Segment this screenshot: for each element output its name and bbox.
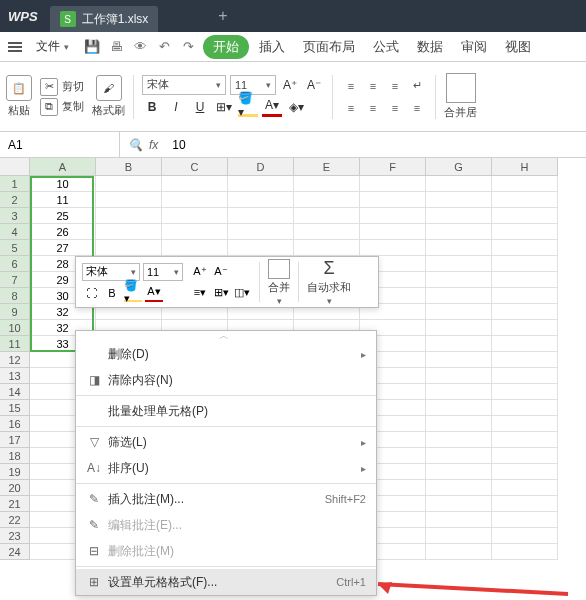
new-tab-button[interactable]: + [218, 7, 227, 25]
cell[interactable] [426, 464, 492, 480]
row-header[interactable]: 9 [0, 304, 30, 320]
cell[interactable] [426, 448, 492, 464]
row-header[interactable]: 4 [0, 224, 30, 240]
bold-button[interactable]: B [142, 97, 162, 117]
cell[interactable] [294, 224, 360, 240]
cell[interactable]: 27 [30, 240, 96, 256]
cell[interactable] [228, 224, 294, 240]
save-icon[interactable]: 💾 [85, 40, 99, 54]
mini-dec-font[interactable]: A⁻ [212, 263, 230, 281]
row-header[interactable]: 1 [0, 176, 30, 192]
cell[interactable] [96, 192, 162, 208]
row-header[interactable]: 21 [0, 496, 30, 512]
row-header[interactable]: 7 [0, 272, 30, 288]
cell[interactable] [426, 176, 492, 192]
cell[interactable] [426, 512, 492, 528]
row-header[interactable]: 11 [0, 336, 30, 352]
row-header[interactable]: 15 [0, 400, 30, 416]
tab-view[interactable]: 视图 [497, 34, 539, 60]
mini-format[interactable]: ◫▾ [233, 284, 251, 302]
cell[interactable] [492, 352, 558, 368]
select-all-corner[interactable] [0, 158, 30, 176]
cell[interactable] [492, 416, 558, 432]
cell[interactable] [426, 192, 492, 208]
increase-font-icon[interactable]: A⁺ [280, 75, 300, 95]
cell[interactable] [426, 384, 492, 400]
alignment-group[interactable]: ≡ ≡ ≡ ↵ ≡ ≡ ≡ ≡ [341, 76, 427, 118]
cell[interactable] [228, 240, 294, 256]
cell[interactable] [426, 208, 492, 224]
col-header[interactable]: A [30, 158, 96, 176]
align-left-icon[interactable]: ≡ [341, 98, 361, 118]
cell[interactable] [492, 176, 558, 192]
cell[interactable] [492, 272, 558, 288]
row-header[interactable]: 6 [0, 256, 30, 272]
cell[interactable] [492, 208, 558, 224]
cut-button[interactable]: ✂剪切 [40, 79, 84, 95]
cell[interactable] [360, 224, 426, 240]
cell[interactable] [492, 528, 558, 544]
cell[interactable] [162, 192, 228, 208]
tab-page-layout[interactable]: 页面布局 [295, 34, 363, 60]
col-header[interactable]: G [426, 158, 492, 176]
cell[interactable] [96, 240, 162, 256]
cell[interactable] [426, 256, 492, 272]
col-header[interactable]: D [228, 158, 294, 176]
cell[interactable] [426, 320, 492, 336]
cell[interactable] [492, 512, 558, 528]
wrap-text-icon[interactable]: ↵ [407, 76, 427, 96]
cell[interactable] [426, 304, 492, 320]
row-header[interactable]: 12 [0, 352, 30, 368]
row-header[interactable]: 19 [0, 464, 30, 480]
row-header[interactable]: 20 [0, 480, 30, 496]
format-painter-button[interactable]: 🖌 格式刷 [92, 75, 125, 118]
menu-format-cells[interactable]: ⊞设置单元格格式(F)...Ctrl+1 [76, 569, 376, 595]
row-header[interactable]: 3 [0, 208, 30, 224]
cell[interactable] [426, 416, 492, 432]
mini-size-select[interactable]: 11▾ [143, 263, 183, 281]
cell[interactable] [426, 432, 492, 448]
cell[interactable] [492, 304, 558, 320]
row-header[interactable]: 17 [0, 432, 30, 448]
cell[interactable] [294, 240, 360, 256]
mini-crop-icon[interactable]: ⛶ [82, 284, 100, 302]
mini-autosum[interactable]: Σ 自动求和▾ [307, 258, 351, 306]
tab-formulas[interactable]: 公式 [365, 34, 407, 60]
cell[interactable] [492, 464, 558, 480]
mini-bold[interactable]: B [103, 284, 121, 302]
cell[interactable] [228, 192, 294, 208]
cell[interactable]: 10 [30, 176, 96, 192]
cell[interactable] [492, 544, 558, 560]
fx-label[interactable]: 🔍fx [120, 138, 166, 152]
mini-inc-font[interactable]: A⁺ [191, 263, 209, 281]
drag-handle-icon[interactable]: ︿ [76, 331, 376, 341]
cell[interactable] [492, 400, 558, 416]
cell[interactable] [162, 224, 228, 240]
print-icon[interactable]: 🖶 [109, 40, 123, 54]
cell[interactable] [294, 176, 360, 192]
copy-button[interactable]: ⧉复制 [40, 99, 84, 115]
cell[interactable] [360, 208, 426, 224]
cell[interactable] [228, 176, 294, 192]
cell[interactable] [492, 256, 558, 272]
row-header[interactable]: 24 [0, 544, 30, 560]
cell[interactable] [426, 528, 492, 544]
row-header[interactable]: 23 [0, 528, 30, 544]
cell[interactable] [492, 432, 558, 448]
cell[interactable]: 25 [30, 208, 96, 224]
cell[interactable] [492, 240, 558, 256]
tab-review[interactable]: 审阅 [453, 34, 495, 60]
menu-filter[interactable]: ▽筛选(L)▸ [76, 429, 376, 455]
cell[interactable] [294, 192, 360, 208]
cell[interactable] [228, 208, 294, 224]
align-center-icon[interactable]: ≡ [363, 98, 383, 118]
cell[interactable] [492, 336, 558, 352]
row-header[interactable]: 5 [0, 240, 30, 256]
mini-fill-color[interactable]: 🪣▾ [124, 284, 142, 302]
row-header[interactable]: 8 [0, 288, 30, 304]
indent-icon[interactable]: ≡ [407, 98, 427, 118]
border-button[interactable]: ⊞▾ [214, 97, 234, 117]
col-header[interactable]: H [492, 158, 558, 176]
align-top-icon[interactable]: ≡ [341, 76, 361, 96]
row-header[interactable]: 18 [0, 448, 30, 464]
